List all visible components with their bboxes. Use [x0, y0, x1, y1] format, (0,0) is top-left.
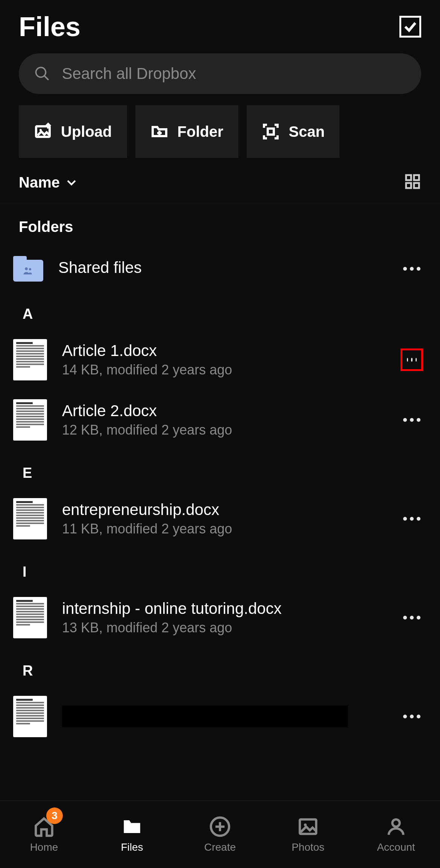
nav-label: Home	[30, 841, 58, 853]
plus-circle-icon	[209, 816, 231, 838]
action-label: Upload	[61, 123, 112, 140]
nav-files[interactable]: Files	[88, 801, 176, 868]
nav-account[interactable]: Account	[352, 801, 440, 868]
account-icon	[385, 816, 407, 838]
svg-rect-8	[406, 183, 411, 188]
letter-header: E	[0, 450, 440, 489]
file-meta: 14 KB, modified 2 years ago	[62, 362, 385, 378]
search-bar[interactable]	[19, 53, 421, 94]
more-menu-button[interactable]	[401, 409, 423, 431]
upload-icon	[34, 123, 52, 141]
document-icon	[13, 339, 47, 380]
new-folder-button[interactable]: Folder	[135, 105, 238, 158]
scan-icon	[262, 123, 280, 141]
file-row[interactable]: entrepreneurship.docx11 KB, modified 2 y…	[0, 489, 440, 549]
grid-view-button[interactable]	[404, 173, 421, 192]
more-menu-button[interactable]	[401, 258, 423, 280]
search-input[interactable]	[62, 65, 406, 83]
document-icon	[13, 696, 47, 737]
folder-row[interactable]: Shared files	[0, 247, 440, 291]
svg-point-11	[29, 268, 31, 270]
checkmark-icon	[403, 19, 418, 34]
file-meta: 11 KB, modified 2 years ago	[62, 521, 385, 537]
document-icon	[13, 399, 47, 441]
bottom-nav: 3 Home Files Create Photos Account	[0, 800, 440, 868]
chevron-down-icon	[65, 176, 78, 189]
shared-folder-icon	[13, 256, 43, 282]
svg-rect-7	[414, 175, 419, 180]
svg-point-10	[25, 267, 28, 270]
action-label: Folder	[178, 123, 223, 140]
file-meta: 13 KB, modified 2 years ago	[62, 620, 385, 636]
folder-plus-icon	[150, 123, 168, 141]
upload-button[interactable]: Upload	[19, 105, 127, 158]
photos-icon	[297, 816, 319, 838]
more-menu-button[interactable]	[401, 507, 423, 530]
svg-rect-6	[406, 175, 411, 180]
page-title: Files	[19, 11, 80, 42]
document-icon	[13, 498, 47, 539]
file-name: internship - online tutoring.docx	[62, 600, 385, 618]
file-row[interactable]: Article 2.docx12 KB, modified 2 years ag…	[0, 390, 440, 450]
nav-label: Account	[377, 841, 415, 853]
nav-label: Create	[204, 841, 236, 853]
nav-home[interactable]: 3 Home	[0, 801, 88, 868]
file-name-redacted	[62, 706, 348, 727]
folder-icon	[121, 816, 143, 838]
nav-label: Photos	[291, 841, 324, 853]
file-meta: 12 KB, modified 2 years ago	[62, 422, 385, 438]
file-name: Article 2.docx	[62, 402, 385, 420]
letter-header: A	[0, 291, 440, 330]
search-icon	[34, 65, 50, 83]
nav-label: Files	[121, 841, 143, 853]
nav-create[interactable]: Create	[176, 801, 264, 868]
home-badge: 3	[46, 807, 63, 824]
svg-rect-9	[414, 183, 419, 188]
more-menu-button[interactable]	[401, 705, 423, 728]
more-menu-button[interactable]	[401, 606, 423, 629]
letter-header: R	[0, 648, 440, 686]
file-row[interactable]	[0, 686, 440, 747]
document-icon	[13, 597, 47, 638]
action-label: Scan	[289, 123, 325, 140]
file-name: Article 1.docx	[62, 342, 385, 360]
file-row[interactable]: Article 1.docx14 KB, modified 2 years ag…	[0, 330, 440, 390]
sort-label: Name	[19, 174, 60, 191]
letter-header: I	[0, 549, 440, 588]
folder-name: Shared files	[58, 259, 385, 277]
sort-button[interactable]: Name	[19, 174, 78, 191]
file-row[interactable]: internship - online tutoring.docx13 KB, …	[0, 588, 440, 648]
nav-photos[interactable]: Photos	[264, 801, 352, 868]
scan-button[interactable]: Scan	[247, 105, 340, 158]
more-menu-button[interactable]	[401, 348, 423, 371]
file-name: entrepreneurship.docx	[62, 501, 385, 519]
folders-section-header: Folders	[0, 203, 440, 247]
grid-icon	[404, 173, 421, 190]
svg-rect-5	[268, 129, 274, 135]
select-mode-button[interactable]	[399, 16, 421, 38]
svg-point-17	[392, 819, 399, 826]
